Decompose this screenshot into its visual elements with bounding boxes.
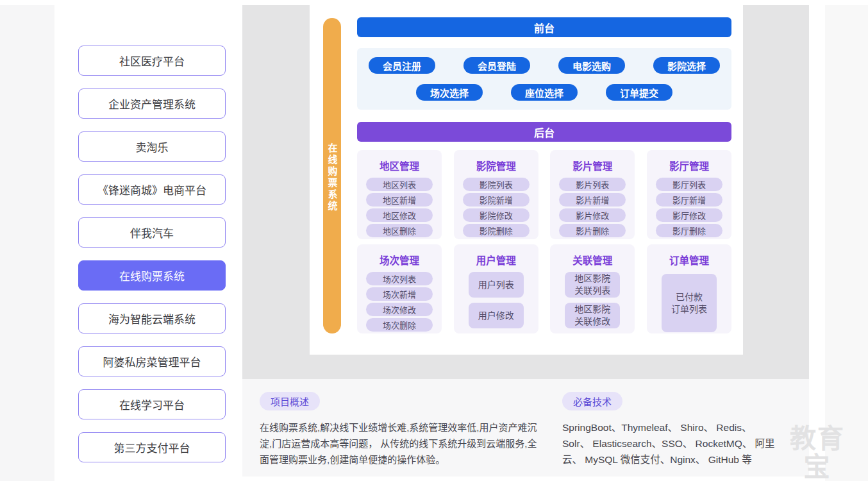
module-pill: 场次新增	[366, 287, 433, 301]
mgmt-card-title: 用户管理	[476, 253, 516, 267]
mgmt-card-region: 地区管理 地区列表 地区新增 地区修改 地区删除	[357, 150, 442, 239]
module-pill: 影院新增	[463, 193, 530, 207]
front-btn-order-submit: 订单提交	[606, 84, 672, 101]
sidebar-item-haiwei-cloud[interactable]: 海为智能云端系统	[78, 303, 226, 333]
module-pill: 地区修改	[366, 208, 433, 222]
mgmt-card-title: 地区管理	[380, 158, 419, 173]
mgmt-card-title: 场次管理	[380, 253, 419, 267]
project-sidebar: 社区医疗平台 企业资产管理系统 卖淘乐 《锋迷商城》电商平台 伴我汽车 在线购票…	[54, 0, 242, 481]
back-end-row-2: 场次管理 场次列表 场次新增 场次修改 场次删除 用户管理 用户列表 用户修改 …	[357, 244, 731, 333]
module-pill: 影片修改	[559, 208, 626, 222]
module-pill: 场次删除	[366, 318, 433, 332]
front-btn-member-register: 会员注册	[369, 57, 435, 74]
mgmt-card-title: 影片管理	[572, 158, 612, 173]
system-name-vertical-bar: 在线购票系统	[323, 18, 341, 333]
front-btn-session-select: 场次选择	[416, 84, 483, 101]
sidebar-item-community-medical[interactable]: 社区医疗平台	[78, 46, 226, 76]
front-end-row-2: 场次选择 座位选择 订单提交	[416, 84, 672, 101]
front-btn-cinema-select: 影院选择	[653, 57, 720, 74]
sidebar-item-enterprise-asset[interactable]: 企业资产管理系统	[78, 89, 226, 119]
module-block: 用户列表	[469, 272, 524, 298]
module-pill: 影厅新增	[656, 193, 722, 207]
module-pill: 影片删除	[559, 224, 626, 237]
sidebar-item-third-party-payment[interactable]: 第三方支付平台	[78, 432, 226, 462]
front-end-panel: 会员注册 会员登陆 电影选购 影院选择 场次选择 座位选择 订单提交	[357, 48, 731, 110]
sidebar-item-maitaole[interactable]: 卖淘乐	[78, 131, 226, 162]
system-name-label: 在线购票系统	[326, 143, 339, 333]
module-block: 用户修改	[469, 303, 524, 328]
mgmt-card-order: 订单管理 已付款 订单列表	[647, 244, 731, 333]
front-end-title-bar: 前台	[357, 17, 731, 37]
sidebar-item-online-learning[interactable]: 在线学习平台	[78, 389, 226, 419]
project-overview-badge: 项目概述	[260, 392, 320, 410]
module-pill: 影片新增	[559, 193, 626, 207]
module-pill: 地区删除	[366, 224, 433, 237]
module-pill: 场次列表	[366, 272, 433, 285]
module-pill: 影院列表	[463, 178, 530, 191]
front-btn-movie-select: 电影选购	[558, 57, 625, 74]
jiaoyubao-watermark: 教育宝 JIAOYUBAO.CN	[778, 425, 856, 481]
module-block: 地区影院 关联修改	[565, 303, 620, 328]
page-left-gutter	[0, 5, 54, 481]
architecture-diagram-card: 在线购票系统 前台 会员注册 会员登陆 电影选购 影院选择 场次选择 座位选择 …	[310, 0, 743, 355]
sidebar-item-apo-kitchen[interactable]: 阿婆私房菜管理平台	[78, 346, 226, 376]
mgmt-card-title: 影院管理	[476, 158, 516, 173]
module-pill: 场次修改	[366, 303, 433, 316]
module-pill: 影院删除	[463, 224, 530, 237]
mgmt-card-session: 场次管理 场次列表 场次新增 场次修改 场次删除	[357, 244, 442, 333]
sidebar-item-fengmi-mall[interactable]: 《锋迷商城》电商平台	[78, 174, 226, 205]
module-block: 已付款 订单列表	[662, 274, 717, 332]
sidebar-item-banwo-auto[interactable]: 伴我汽车	[78, 217, 226, 248]
front-btn-member-login: 会员登陆	[463, 57, 530, 74]
mgmt-card-title: 影厅管理	[669, 158, 709, 173]
mgmt-card-association: 关联管理 地区影院 关联列表 地区影院 关联修改	[550, 244, 635, 333]
front-btn-seat-select: 座位选择	[511, 84, 578, 101]
mgmt-card-title: 关联管理	[572, 253, 612, 267]
mgmt-card-film: 影片管理 影片列表 影片新增 影片修改 影片删除	[550, 150, 635, 239]
project-overview-text: 在线购票系统,解决线下业绩增长难,系统管理效率低,用户资产难沉淀,门店运营成本高…	[260, 419, 539, 468]
page-right-gutter	[825, 5, 868, 481]
required-tech-badge: 必备技术	[562, 392, 622, 410]
back-end-title-bar: 后台	[357, 122, 731, 142]
module-pill: 地区新增	[366, 193, 433, 207]
required-tech-text: SpringBoot、Thymeleaf、 Shiro、 Redis、 Solr…	[562, 419, 781, 468]
sidebar-item-online-ticketing[interactable]: 在线购票系统	[78, 260, 226, 291]
mgmt-card-cinema: 影院管理 影院列表 影院新增 影院修改 影院删除	[454, 150, 538, 239]
module-block: 地区影院 关联列表	[565, 272, 620, 298]
watermark-logo-text: 教育宝	[778, 425, 856, 481]
module-pill: 影厅列表	[656, 178, 722, 191]
mgmt-card-hall: 影厅管理 影厅列表 影厅新增 影厅修改 影厅删除	[647, 150, 731, 239]
module-pill: 影片列表	[559, 178, 626, 191]
module-pill: 地区列表	[366, 178, 433, 191]
mgmt-card-user: 用户管理 用户列表 用户修改	[454, 244, 538, 333]
module-pill: 影厅删除	[656, 224, 722, 237]
module-pill: 影厅修改	[656, 208, 722, 222]
front-end-row-1: 会员注册 会员登陆 电影选购 影院选择	[369, 57, 720, 74]
mgmt-card-title: 订单管理	[669, 253, 709, 267]
module-pill: 影院修改	[463, 208, 530, 222]
back-end-row-1: 地区管理 地区列表 地区新增 地区修改 地区删除 影院管理 影院列表 影院新增 …	[357, 150, 731, 239]
